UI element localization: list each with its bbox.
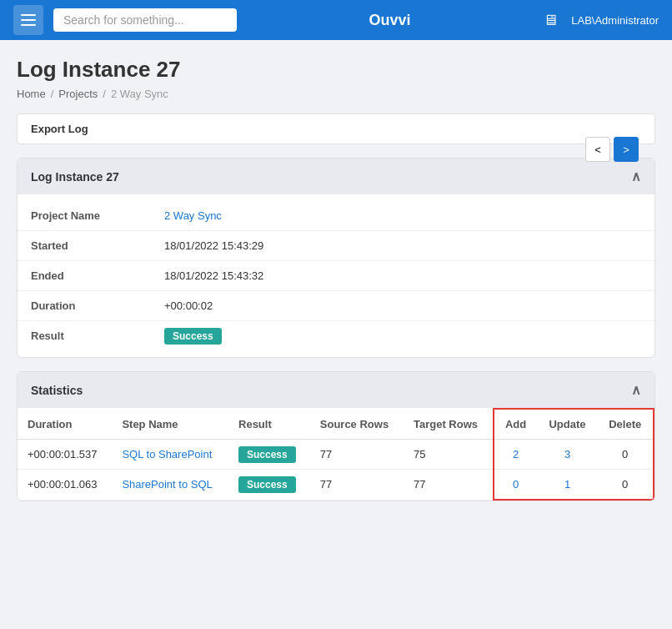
cell-add: 2: [494, 440, 538, 470]
topnav-right: 🖥 LAB\Administrator: [543, 12, 659, 29]
page-header: Log Instance 27 Home / Projects / 2 Way …: [17, 57, 655, 100]
cell-delete: 0: [597, 440, 654, 470]
project-name-link[interactable]: 2 Way Sync: [164, 209, 222, 222]
result-badge: Success: [238, 476, 296, 493]
monitor-icon[interactable]: 🖥: [543, 12, 558, 29]
statistics-card-header: Statistics ∧: [18, 372, 654, 408]
pagination-nav: < >: [585, 137, 639, 162]
prev-page-button[interactable]: <: [585, 137, 610, 162]
result-label: Result: [31, 330, 164, 342]
result-badge: Success: [164, 328, 222, 345]
breadcrumb: Home / Projects / 2 Way Sync: [17, 88, 655, 100]
breadcrumb-projects[interactable]: Projects: [58, 88, 98, 100]
log-instance-title: Log Instance 27: [31, 170, 119, 184]
ended-row: Ended 18/01/2022 15:43:32: [18, 261, 654, 291]
result-badge: Success: [238, 446, 296, 463]
cell-delete: 0: [597, 470, 654, 501]
project-name-row: Project Name 2 Way Sync: [18, 201, 654, 231]
cell-source-rows: 77: [310, 440, 404, 470]
ended-label: Ended: [31, 269, 164, 282]
col-header-duration: Duration: [18, 409, 112, 440]
statistics-collapse-icon[interactable]: ∧: [631, 382, 641, 398]
page-title: Log Instance 27: [17, 57, 655, 83]
ended-value: 18/01/2022 15:43:32: [164, 269, 263, 282]
duration-label: Duration: [31, 299, 164, 312]
col-header-delete: Delete: [597, 409, 654, 440]
cell-source-rows: 77: [310, 470, 404, 501]
col-header-result: Result: [228, 409, 310, 440]
table-row: +00:00:01.063 SharePoint to SQL Success …: [18, 470, 654, 501]
table-row: +00:00:01.537 SQL to SharePoint Success …: [18, 440, 654, 470]
menu-button[interactable]: [13, 5, 43, 35]
cell-target-rows: 77: [404, 470, 494, 501]
duration-row: Duration +00:00:02: [18, 291, 654, 321]
col-header-add: Add: [494, 409, 538, 440]
cell-update: 3: [538, 440, 598, 470]
search-input[interactable]: Search for something...: [53, 8, 237, 32]
statistics-header-row: Duration Step Name Result Source Rows Ta…: [18, 409, 654, 440]
cell-duration: +00:00:01.063: [18, 470, 112, 501]
cell-target-rows: 75: [404, 440, 494, 470]
result-row: Result Success: [18, 321, 654, 350]
started-row: Started 18/01/2022 15:43:29: [18, 231, 654, 261]
next-page-button[interactable]: >: [614, 137, 639, 162]
started-value: 18/01/2022 15:43:29: [164, 239, 263, 252]
statistics-body: Duration Step Name Result Source Rows Ta…: [18, 408, 654, 501]
log-instance-card: Log Instance 27 ∧ Project Name 2 Way Syn…: [17, 158, 655, 358]
log-instance-body: Project Name 2 Way Sync Started 18/01/20…: [18, 194, 654, 357]
user-label: LAB\Administrator: [571, 14, 659, 27]
cell-add: 0: [494, 470, 538, 501]
result-value: Success: [164, 330, 222, 342]
duration-value: +00:00:02: [164, 299, 213, 312]
cell-step-name[interactable]: SQL to SharePoint: [112, 440, 228, 470]
export-log-button[interactable]: Export Log: [31, 123, 88, 135]
log-instance-card-header: Log Instance 27 ∧: [18, 159, 654, 194]
col-header-update: Update: [538, 409, 598, 440]
topnav: Search for something... Ouvvi 🖥 LAB\Admi…: [0, 0, 672, 40]
export-log-bar: Export Log: [17, 113, 655, 144]
brand-title: Ouvvi: [247, 12, 533, 29]
cell-update: 1: [538, 470, 598, 501]
breadcrumb-current: 2 Way Sync: [111, 88, 168, 100]
log-instance-collapse-icon[interactable]: ∧: [631, 169, 641, 184]
started-label: Started: [31, 239, 164, 252]
cell-duration: +00:00:01.537: [18, 440, 112, 470]
breadcrumb-sep2: /: [103, 88, 106, 100]
cell-result: Success: [228, 440, 310, 470]
statistics-title: Statistics: [31, 384, 83, 397]
project-name-value: 2 Way Sync: [164, 209, 222, 222]
breadcrumb-home[interactable]: Home: [17, 88, 46, 100]
col-header-step-name: Step Name: [112, 409, 228, 440]
cell-result: Success: [228, 470, 310, 501]
main-content: Log Instance 27 Home / Projects / 2 Way …: [0, 40, 672, 629]
project-name-label: Project Name: [31, 209, 164, 222]
statistics-card: Statistics ∧ Duration Step Name Result S…: [17, 371, 655, 501]
cell-step-name[interactable]: SharePoint to SQL: [112, 470, 228, 501]
breadcrumb-sep1: /: [51, 88, 54, 100]
statistics-table: Duration Step Name Result Source Rows Ta…: [18, 408, 654, 501]
col-header-source-rows: Source Rows: [310, 409, 404, 440]
col-header-target-rows: Target Rows: [404, 409, 494, 440]
